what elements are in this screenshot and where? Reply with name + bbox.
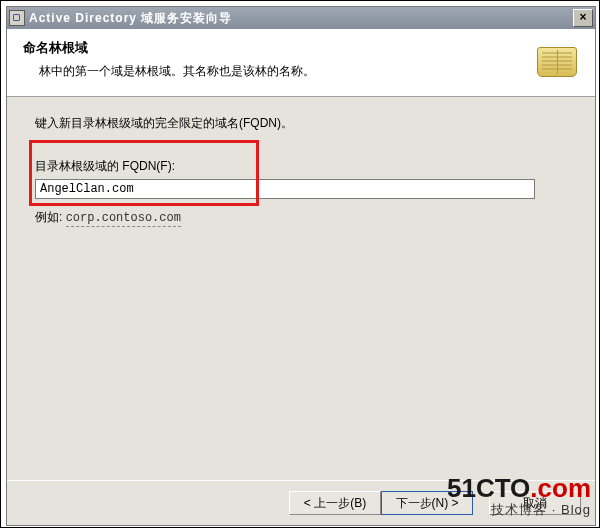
book-icon bbox=[535, 41, 579, 83]
fqdn-example: 例如: corp.contoso.com bbox=[35, 209, 567, 226]
wizard-body: 键入新目录林根级域的完全限定的域名(FQDN)。 目录林根级域的 FQDN(F)… bbox=[7, 97, 595, 480]
wizard-header: 命名林根域 林中的第一个域是林根域。其名称也是该林的名称。 bbox=[7, 29, 595, 97]
page-heading: 命名林根域 bbox=[23, 39, 581, 57]
titlebar: Active Directory 域服务安装向导 × bbox=[7, 7, 595, 29]
close-button[interactable]: × bbox=[573, 9, 593, 27]
app-icon bbox=[9, 10, 25, 26]
wizard-footer: < 上一步(B) 下一步(N) > 取消 bbox=[7, 480, 595, 525]
nav-button-group: < 上一步(B) 下一步(N) > bbox=[289, 491, 473, 515]
back-button[interactable]: < 上一步(B) bbox=[289, 491, 381, 515]
fqdn-input[interactable] bbox=[35, 179, 535, 199]
screenshot-frame: Active Directory 域服务安装向导 × 命名林根域 林中的第一个域… bbox=[0, 0, 600, 528]
example-value: corp.contoso.com bbox=[66, 211, 181, 227]
example-prefix: 例如: bbox=[35, 210, 66, 224]
page-subheading: 林中的第一个域是林根域。其名称也是该林的名称。 bbox=[39, 63, 581, 80]
fqdn-label: 目录林根级域的 FQDN(F): bbox=[35, 158, 567, 175]
cancel-button[interactable]: 取消 bbox=[489, 491, 581, 515]
window-title: Active Directory 域服务安装向导 bbox=[29, 10, 573, 27]
instruction-text: 键入新目录林根级域的完全限定的域名(FQDN)。 bbox=[35, 115, 567, 132]
next-button[interactable]: 下一步(N) > bbox=[381, 491, 473, 515]
fqdn-field-block: 目录林根级域的 FQDN(F): 例如: corp.contoso.com bbox=[35, 158, 567, 226]
wizard-window: Active Directory 域服务安装向导 × 命名林根域 林中的第一个域… bbox=[6, 6, 596, 526]
